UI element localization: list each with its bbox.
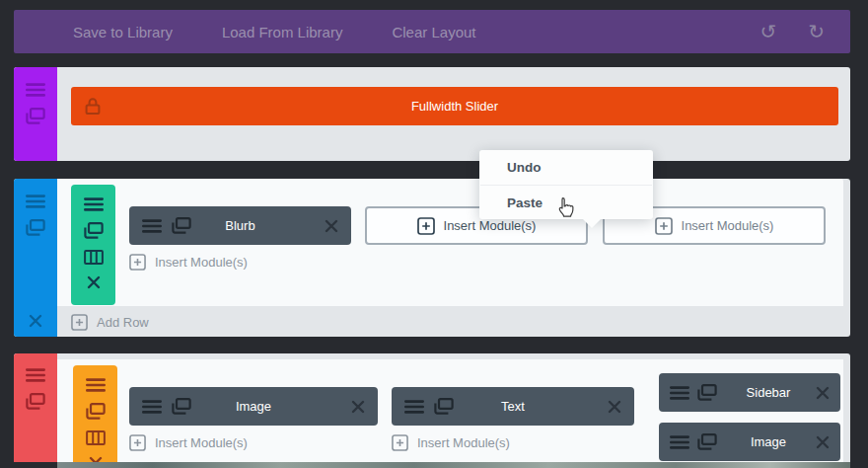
- duplicate-section-icon[interactable]: [26, 393, 45, 410]
- insert-module-button[interactable]: Insert Module(s): [129, 254, 248, 271]
- drag-handle-icon[interactable]: [404, 400, 424, 414]
- columns-icon[interactable]: [84, 250, 104, 265]
- plus-box-icon: [392, 434, 408, 451]
- module-blurb[interactable]: Blurb: [129, 206, 351, 245]
- plus-box-icon: [129, 254, 146, 271]
- duplicate-row-icon[interactable]: [86, 403, 106, 420]
- duplicate-section-icon[interactable]: [26, 108, 45, 124]
- add-row-label: Add Row: [97, 315, 149, 330]
- duplicate-module-icon[interactable]: [434, 398, 454, 415]
- insert-module-label: Insert Module(s): [444, 218, 537, 233]
- duplicate-section-icon[interactable]: [26, 219, 45, 236]
- plus-box-icon: [129, 434, 146, 451]
- section-bottom-handle[interactable]: [14, 353, 57, 462]
- page-content-preview: [57, 462, 850, 468]
- module-sidebar[interactable]: Sidebar: [659, 373, 840, 412]
- drag-handle-icon[interactable]: [86, 378, 106, 392]
- duplicate-module-icon[interactable]: [172, 398, 191, 415]
- module-text[interactable]: Text: [392, 387, 634, 426]
- module-image[interactable]: Image: [659, 423, 840, 461]
- module-fullwidth-slider[interactable]: Fullwidth Slider: [71, 87, 838, 125]
- module-label: Image: [129, 399, 378, 414]
- add-row-button[interactable]: Add Row: [71, 314, 149, 331]
- delete-module-icon[interactable]: [325, 219, 338, 233]
- insert-module-label: Insert Module(s): [155, 255, 248, 270]
- duplicate-module-icon[interactable]: [172, 217, 191, 234]
- drag-handle-icon[interactable]: [26, 195, 45, 208]
- delete-module-icon[interactable]: [608, 400, 621, 414]
- drag-handle-icon[interactable]: [84, 197, 104, 211]
- section-middle-handle[interactable]: [14, 179, 57, 337]
- drag-handle-icon[interactable]: [26, 83, 45, 97]
- duplicate-row-icon[interactable]: [84, 222, 104, 239]
- lock-icon: [85, 97, 101, 116]
- delete-module-icon[interactable]: [351, 400, 365, 414]
- module-image[interactable]: Image: [129, 387, 378, 426]
- drag-handle-icon[interactable]: [670, 386, 689, 400]
- insert-module-label: Insert Module(s): [155, 435, 248, 450]
- drag-handle-icon[interactable]: [26, 368, 45, 382]
- plus-box-icon: [417, 217, 435, 235]
- delete-section-icon[interactable]: [14, 314, 57, 328]
- builder-toolbar: Save to Library Load From Library Clear …: [14, 10, 850, 53]
- undo-icon[interactable]: ↺: [760, 22, 776, 41]
- plus-box-icon: [71, 314, 88, 331]
- row-handle[interactable]: [73, 365, 117, 462]
- insert-module-label: Insert Module(s): [417, 435, 510, 450]
- redo-icon[interactable]: ↻: [808, 22, 825, 41]
- module-label: Blurb: [129, 218, 351, 233]
- drag-handle-icon[interactable]: [142, 400, 162, 414]
- load-from-library-button[interactable]: Load From Library: [222, 24, 343, 40]
- row-handle[interactable]: [71, 185, 115, 305]
- context-menu-item-undo[interactable]: Undo: [479, 150, 653, 185]
- menu-caret: [582, 218, 602, 228]
- delete-module-icon[interactable]: [816, 386, 830, 400]
- plus-box-icon: [655, 217, 673, 235]
- drag-handle-icon[interactable]: [142, 219, 162, 233]
- drag-handle-icon[interactable]: [670, 435, 689, 449]
- section-fullwidth-handle[interactable]: [14, 67, 57, 161]
- section-fullwidth: Fullwidth Slider Insert Module(s): [14, 67, 850, 161]
- duplicate-module-icon[interactable]: [697, 384, 717, 401]
- divi-builder-canvas: Save to Library Load From Library Clear …: [0, 0, 868, 468]
- section-bottom: Image Insert Module(s) Text Insert Modul…: [14, 353, 850, 462]
- insert-module-label: Insert Module(s): [682, 218, 774, 233]
- module-label: Fullwidth Slider: [71, 99, 838, 114]
- pointer-cursor-icon: [554, 196, 577, 221]
- delete-module-icon[interactable]: [816, 435, 830, 449]
- section-middle: Blurb Insert Module(s) Insert Module(s) …: [14, 179, 850, 337]
- delete-row-icon[interactable]: [87, 275, 101, 289]
- insert-module-button[interactable]: Insert Module(s): [129, 434, 248, 451]
- columns-icon[interactable]: [86, 430, 106, 445]
- save-to-library-button[interactable]: Save to Library: [73, 24, 173, 40]
- insert-module-button[interactable]: Insert Module(s): [392, 434, 510, 451]
- module-label: Text: [392, 399, 634, 414]
- duplicate-module-icon[interactable]: [697, 433, 717, 450]
- clear-layout-button[interactable]: Clear Layout: [392, 24, 475, 40]
- history-controls: ↺ ↻: [760, 22, 850, 41]
